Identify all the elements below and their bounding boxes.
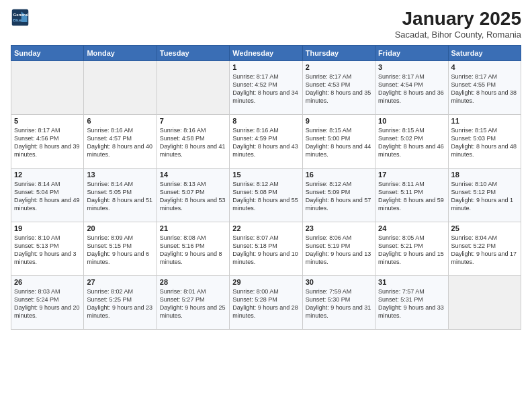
day-info: Sunrise: 8:11 AM Sunset: 5:11 PM Dayligh… <box>378 180 445 213</box>
day-number: 8 <box>232 117 299 125</box>
day-number: 19 <box>14 224 81 232</box>
day-info: Sunrise: 8:03 AM Sunset: 5:24 PM Dayligh… <box>14 287 81 320</box>
day-number: 2 <box>306 63 372 71</box>
day-number: 24 <box>378 224 445 232</box>
calendar-header: SundayMondayTuesdayWednesdayThursdayFrid… <box>11 46 521 61</box>
day-info: Sunrise: 8:17 AM Sunset: 4:56 PM Dayligh… <box>14 126 81 159</box>
logo-icon: General Blue <box>11 8 30 27</box>
calendar-cell: 12Sunrise: 8:14 AM Sunset: 5:04 PM Dayli… <box>11 169 84 222</box>
day-info: Sunrise: 8:15 AM Sunset: 5:00 PM Dayligh… <box>306 126 372 159</box>
day-number: 27 <box>87 278 153 286</box>
day-number: 25 <box>451 224 518 232</box>
weekday-header-saturday: Saturday <box>448 46 521 61</box>
calendar-cell: 15Sunrise: 8:12 AM Sunset: 5:08 PM Dayli… <box>230 169 302 222</box>
calendar-cell <box>448 276 521 330</box>
day-info: Sunrise: 8:13 AM Sunset: 5:07 PM Dayligh… <box>160 180 226 213</box>
day-info: Sunrise: 8:14 AM Sunset: 5:05 PM Dayligh… <box>87 180 153 213</box>
day-number: 20 <box>87 224 153 232</box>
day-number: 12 <box>14 171 81 179</box>
header: General Blue January 2025 Sacadat, Bihor… <box>11 8 521 40</box>
calendar-cell: 8Sunrise: 8:16 AM Sunset: 4:59 PM Daylig… <box>230 115 302 169</box>
calendar-cell: 31Sunrise: 7:57 AM Sunset: 5:31 PM Dayli… <box>375 276 448 330</box>
calendar-cell: 3Sunrise: 8:17 AM Sunset: 4:54 PM Daylig… <box>375 61 448 115</box>
calendar-week-4: 19Sunrise: 8:10 AM Sunset: 5:13 PM Dayli… <box>11 222 521 276</box>
day-info: Sunrise: 8:16 AM Sunset: 4:57 PM Dayligh… <box>87 126 153 159</box>
calendar-cell: 19Sunrise: 8:10 AM Sunset: 5:13 PM Dayli… <box>11 222 84 276</box>
day-number: 9 <box>306 117 372 125</box>
title-area: January 2025 Sacadat, Bihor County, Roma… <box>395 8 521 40</box>
calendar-cell: 20Sunrise: 8:09 AM Sunset: 5:15 PM Dayli… <box>84 222 157 276</box>
calendar-cell: 26Sunrise: 8:03 AM Sunset: 5:24 PM Dayli… <box>11 276 84 330</box>
day-number: 5 <box>14 117 81 125</box>
day-info: Sunrise: 8:09 AM Sunset: 5:15 PM Dayligh… <box>87 234 153 267</box>
day-number: 21 <box>160 224 226 232</box>
day-number: 17 <box>378 171 445 179</box>
day-info: Sunrise: 8:00 AM Sunset: 5:28 PM Dayligh… <box>232 287 299 320</box>
day-info: Sunrise: 8:12 AM Sunset: 5:09 PM Dayligh… <box>306 180 372 213</box>
day-info: Sunrise: 8:10 AM Sunset: 5:13 PM Dayligh… <box>14 234 81 267</box>
day-info: Sunrise: 8:12 AM Sunset: 5:08 PM Dayligh… <box>232 180 299 213</box>
svg-text:Blue: Blue <box>13 17 23 22</box>
calendar-cell: 13Sunrise: 8:14 AM Sunset: 5:05 PM Dayli… <box>84 169 157 222</box>
weekday-header-monday: Monday <box>84 46 157 61</box>
calendar-cell <box>157 61 229 115</box>
weekday-header-friday: Friday <box>375 46 448 61</box>
day-number: 30 <box>306 278 372 286</box>
calendar-cell: 7Sunrise: 8:16 AM Sunset: 4:58 PM Daylig… <box>157 115 229 169</box>
calendar-week-3: 12Sunrise: 8:14 AM Sunset: 5:04 PM Dayli… <box>11 169 521 222</box>
page: General Blue January 2025 Sacadat, Bihor… <box>0 0 532 411</box>
day-info: Sunrise: 7:59 AM Sunset: 5:30 PM Dayligh… <box>306 287 372 320</box>
day-number: 6 <box>87 117 153 125</box>
day-number: 4 <box>451 63 518 71</box>
day-number: 28 <box>160 278 226 286</box>
calendar-cell: 30Sunrise: 7:59 AM Sunset: 5:30 PM Dayli… <box>302 276 375 330</box>
calendar-cell: 5Sunrise: 8:17 AM Sunset: 4:56 PM Daylig… <box>11 115 84 169</box>
calendar-cell: 1Sunrise: 8:17 AM Sunset: 4:52 PM Daylig… <box>230 61 302 115</box>
day-number: 13 <box>87 171 153 179</box>
day-number: 1 <box>232 63 299 71</box>
day-number: 14 <box>160 171 226 179</box>
calendar-week-5: 26Sunrise: 8:03 AM Sunset: 5:24 PM Dayli… <box>11 276 521 330</box>
day-info: Sunrise: 8:05 AM Sunset: 5:21 PM Dayligh… <box>378 234 445 267</box>
calendar-cell: 10Sunrise: 8:15 AM Sunset: 5:02 PM Dayli… <box>375 115 448 169</box>
calendar-table: SundayMondayTuesdayWednesdayThursdayFrid… <box>11 45 521 330</box>
calendar-cell: 16Sunrise: 8:12 AM Sunset: 5:09 PM Dayli… <box>302 169 375 222</box>
day-info: Sunrise: 8:17 AM Sunset: 4:52 PM Dayligh… <box>232 73 299 105</box>
calendar-cell <box>11 61 84 115</box>
calendar-cell: 23Sunrise: 8:06 AM Sunset: 5:19 PM Dayli… <box>302 222 375 276</box>
calendar-cell: 4Sunrise: 8:17 AM Sunset: 4:55 PM Daylig… <box>448 61 521 115</box>
day-number: 16 <box>306 171 372 179</box>
day-info: Sunrise: 8:04 AM Sunset: 5:22 PM Dayligh… <box>451 234 518 267</box>
calendar-cell: 2Sunrise: 8:17 AM Sunset: 4:53 PM Daylig… <box>302 61 375 115</box>
day-number: 22 <box>232 224 299 232</box>
day-number: 26 <box>14 278 81 286</box>
svg-text:General: General <box>13 12 29 17</box>
day-info: Sunrise: 8:17 AM Sunset: 4:53 PM Dayligh… <box>306 73 372 105</box>
subtitle: Sacadat, Bihor County, Romania <box>395 30 521 40</box>
day-info: Sunrise: 8:17 AM Sunset: 4:55 PM Dayligh… <box>451 73 518 105</box>
calendar-body: 1Sunrise: 8:17 AM Sunset: 4:52 PM Daylig… <box>11 61 521 330</box>
calendar-cell: 27Sunrise: 8:02 AM Sunset: 5:25 PM Dayli… <box>84 276 157 330</box>
day-number: 3 <box>378 63 445 71</box>
day-info: Sunrise: 7:57 AM Sunset: 5:31 PM Dayligh… <box>378 287 445 320</box>
weekday-header-sunday: Sunday <box>11 46 84 61</box>
day-info: Sunrise: 8:16 AM Sunset: 4:59 PM Dayligh… <box>232 126 299 159</box>
calendar-week-1: 1Sunrise: 8:17 AM Sunset: 4:52 PM Daylig… <box>11 61 521 115</box>
day-number: 7 <box>160 117 226 125</box>
day-info: Sunrise: 8:07 AM Sunset: 5:18 PM Dayligh… <box>232 234 299 267</box>
day-info: Sunrise: 8:10 AM Sunset: 5:12 PM Dayligh… <box>451 180 518 213</box>
day-number: 10 <box>378 117 445 125</box>
calendar-cell: 6Sunrise: 8:16 AM Sunset: 4:57 PM Daylig… <box>84 115 157 169</box>
calendar-cell: 11Sunrise: 8:15 AM Sunset: 5:03 PM Dayli… <box>448 115 521 169</box>
day-info: Sunrise: 8:14 AM Sunset: 5:04 PM Dayligh… <box>14 180 81 213</box>
day-info: Sunrise: 8:15 AM Sunset: 5:02 PM Dayligh… <box>378 126 445 159</box>
calendar-cell: 21Sunrise: 8:08 AM Sunset: 5:16 PM Dayli… <box>157 222 229 276</box>
day-number: 15 <box>232 171 299 179</box>
day-number: 23 <box>306 224 372 232</box>
day-number: 11 <box>451 117 518 125</box>
calendar-cell: 28Sunrise: 8:01 AM Sunset: 5:27 PM Dayli… <box>157 276 229 330</box>
calendar-cell: 14Sunrise: 8:13 AM Sunset: 5:07 PM Dayli… <box>157 169 229 222</box>
calendar-cell: 29Sunrise: 8:00 AM Sunset: 5:28 PM Dayli… <box>230 276 302 330</box>
calendar-cell: 25Sunrise: 8:04 AM Sunset: 5:22 PM Dayli… <box>448 222 521 276</box>
logo: General Blue <box>11 8 30 27</box>
